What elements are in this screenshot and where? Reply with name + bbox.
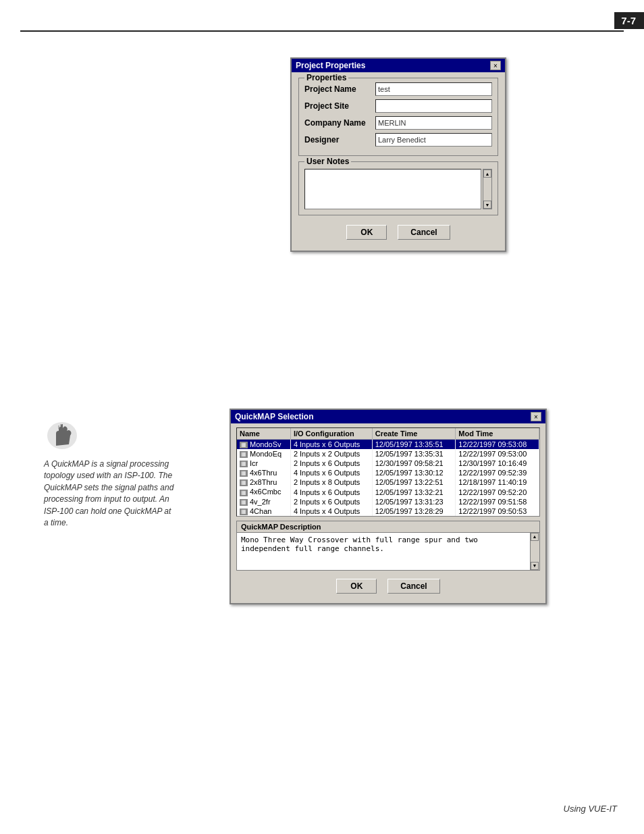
- dialog-pp-close[interactable]: ×: [490, 61, 501, 70]
- company-name-row: Company Name: [304, 116, 492, 130]
- qm-description-title: QuickMAP Description: [237, 521, 539, 533]
- project-name-row: Project Name: [304, 82, 492, 96]
- cell-mod: 12/18/1997 11:40:19: [456, 477, 539, 487]
- table-row[interactable]: ▦4x6Cmbc4 Inputs x 6 Outputs12/05/1997 1…: [237, 487, 539, 496]
- properties-group: Properties Project Name Project Site Com…: [298, 78, 498, 156]
- designer-label: Designer: [304, 135, 375, 145]
- user-notes-scrollbar: ▲ ▼: [483, 169, 492, 209]
- project-site-label: Project Site: [304, 101, 375, 111]
- user-notes-group: User Notes ▲ ▼: [298, 161, 498, 215]
- col-io: I/O Configuration: [290, 428, 372, 440]
- qm-description-textarea[interactable]: [237, 533, 530, 570]
- table-row[interactable]: ▦4Chan4 Inputs x 4 Outputs12/05/1997 13:…: [237, 506, 539, 516]
- cell-io: 4 Inputs x 6 Outputs: [290, 487, 372, 496]
- qm-ok-button[interactable]: OK: [336, 579, 377, 594]
- qm-content: Name I/O Configuration Create Time Mod T…: [231, 423, 545, 603]
- qm-scroll-up[interactable]: ▲: [531, 533, 539, 541]
- designer-input[interactable]: [375, 133, 492, 147]
- page-badge: 7-7: [614, 12, 644, 29]
- properties-group-title: Properties: [304, 73, 348, 82]
- project-name-input[interactable]: [375, 82, 492, 96]
- row-icon: ▦: [240, 461, 248, 467]
- cell-name: ▦4x6Thru: [237, 468, 290, 477]
- cell-name: ▦4Chan: [237, 506, 290, 516]
- table-row[interactable]: ▦MondoEq2 Inputs x 2 Outputs12/05/1997 1…: [237, 449, 539, 459]
- row-icon: ▦: [240, 499, 248, 506]
- dialog-pp-buttons: OK Cancel: [298, 221, 498, 245]
- cell-create: 12/05/1997 13:32:21: [372, 487, 456, 496]
- cell-mod: 12/22/1997 09:50:53: [456, 506, 539, 516]
- dialog-qm-title: QuickMAP Selection: [235, 412, 313, 421]
- cell-name: ▦MondoEq: [237, 449, 290, 459]
- cell-io: 2 Inputs x 6 Outputs: [290, 497, 372, 506]
- cell-io: 4 Inputs x 6 Outputs: [290, 440, 372, 450]
- cell-mod: 12/22/1997 09:52:39: [456, 468, 539, 477]
- row-icon: ▦: [240, 470, 248, 477]
- project-site-row: Project Site: [304, 99, 492, 113]
- qm-description-body: ▲ ▼: [237, 533, 539, 570]
- qm-table-header-row: Name I/O Configuration Create Time Mod T…: [237, 428, 539, 440]
- cell-create: 12/05/1997 13:28:29: [372, 506, 456, 516]
- cell-io: 2 Inputs x 8 Outputs: [290, 477, 372, 487]
- qm-table-body: ▦MondoSv4 Inputs x 6 Outputs12/05/1997 1…: [237, 440, 539, 516]
- row-icon: ▦: [240, 451, 248, 458]
- col-name: Name: [237, 428, 290, 440]
- cell-name: ▦MondoSv: [237, 440, 290, 450]
- cell-create: 12/05/1997 13:35:31: [372, 449, 456, 459]
- project-site-input[interactable]: [375, 99, 492, 113]
- user-notes-title: User Notes: [304, 157, 351, 166]
- cell-io: 4 Inputs x 6 Outputs: [290, 468, 372, 477]
- table-row[interactable]: ▦Icr2 Inputs x 6 Outputs12/30/1997 09:58…: [237, 459, 539, 468]
- cell-mod: 12/22/1997 09:53:08: [456, 440, 539, 450]
- company-name-input[interactable]: [375, 116, 492, 130]
- row-icon: ▦: [240, 442, 248, 448]
- dialog-qm-close[interactable]: ×: [531, 412, 541, 421]
- side-note-text: A QuickMAP is a signal processing topolo…: [44, 455, 176, 529]
- designer-row: Designer: [304, 133, 492, 147]
- cell-create: 12/05/1997 13:31:23: [372, 497, 456, 506]
- scroll-down-arrow[interactable]: ▼: [483, 201, 491, 209]
- pp-ok-button[interactable]: OK: [346, 225, 387, 240]
- row-icon: ▦: [240, 490, 248, 496]
- project-name-label: Project Name: [304, 84, 375, 94]
- project-properties-dialog: Project Properties × Properties Project …: [290, 57, 506, 252]
- row-icon: ▦: [240, 479, 248, 486]
- qm-desc-scrollbar: ▲ ▼: [530, 533, 539, 570]
- scroll-up-arrow[interactable]: ▲: [483, 170, 491, 178]
- hand-icon: [44, 419, 81, 452]
- cell-mod: 12/22/1997 09:51:58: [456, 497, 539, 506]
- dialog-pp-titlebar: Project Properties ×: [292, 59, 505, 72]
- table-row[interactable]: ▦2x8Thru2 Inputs x 8 Outputs12/05/1997 1…: [237, 477, 539, 487]
- qm-description-section: QuickMAP Description ▲ ▼: [236, 521, 540, 571]
- row-icon: ▦: [240, 509, 248, 515]
- quickmap-selection-dialog: QuickMAP Selection × Name I/O Configurat…: [230, 409, 547, 604]
- qm-table: Name I/O Configuration Create Time Mod T…: [237, 428, 539, 516]
- cell-name: ▦2x8Thru: [237, 477, 290, 487]
- user-notes-textarea[interactable]: [304, 169, 481, 209]
- company-name-label: Company Name: [304, 118, 375, 128]
- side-note-area: A QuickMAP is a signal processing topolo…: [44, 419, 176, 529]
- dialog-qm-titlebar: QuickMAP Selection ×: [231, 410, 545, 423]
- table-row[interactable]: ▦4x6Thru4 Inputs x 6 Outputs12/05/1997 1…: [237, 468, 539, 477]
- table-row[interactable]: ▦MondoSv4 Inputs x 6 Outputs12/05/1997 1…: [237, 440, 539, 450]
- qm-table-wrap: Name I/O Configuration Create Time Mod T…: [236, 427, 540, 517]
- cell-create: 12/05/1997 13:35:51: [372, 440, 456, 450]
- pp-cancel-button[interactable]: Cancel: [398, 225, 450, 240]
- col-create: Create Time: [372, 428, 456, 440]
- cell-io: 4 Inputs x 4 Outputs: [290, 506, 372, 516]
- qm-scroll-down[interactable]: ▼: [531, 562, 539, 570]
- dialog-qm-buttons: OK Cancel: [236, 575, 540, 599]
- cell-name: ▦4v_2fr: [237, 497, 290, 506]
- cell-mod: 12/22/1997 09:52:20: [456, 487, 539, 496]
- cell-name: ▦Icr: [237, 459, 290, 468]
- bottom-label: Using VUE-IT: [564, 804, 617, 814]
- cell-create: 12/30/1997 09:58:21: [372, 459, 456, 468]
- cell-create: 12/05/1997 13:22:51: [372, 477, 456, 487]
- table-row[interactable]: ▦4v_2fr2 Inputs x 6 Outputs12/05/1997 13…: [237, 497, 539, 506]
- col-mod: Mod Time: [456, 428, 539, 440]
- dialog-pp-title: Project Properties: [296, 61, 365, 70]
- cell-name: ▦4x6Cmbc: [237, 487, 290, 496]
- cell-mod: 12/22/1997 09:53:00: [456, 449, 539, 459]
- cell-io: 2 Inputs x 6 Outputs: [290, 459, 372, 468]
- qm-cancel-button[interactable]: Cancel: [387, 579, 439, 594]
